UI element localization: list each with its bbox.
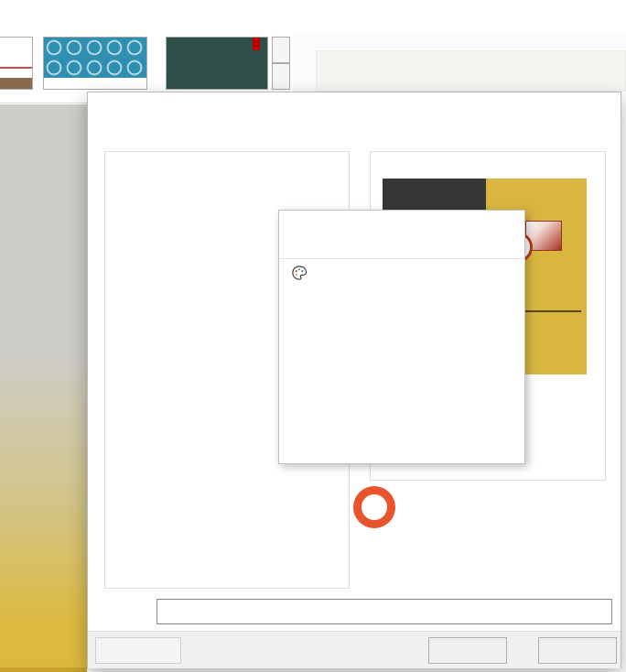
- slide-gradient-background: [0, 104, 87, 667]
- slide-gold-edge: [0, 667, 87, 672]
- reset-button[interactable]: [95, 637, 181, 664]
- workspace-left-strip: [0, 92, 87, 672]
- thumbnail-accent-line: [0, 67, 32, 69]
- name-input[interactable]: [156, 599, 612, 624]
- slide-edit-area: [293, 34, 626, 92]
- create-new-theme-colors-dialog: [87, 92, 621, 668]
- gallery-scroll-up-button[interactable]: [272, 37, 290, 63]
- cancel-button[interactable]: [538, 637, 617, 664]
- more-colors-button[interactable]: [289, 259, 514, 289]
- color-picker-popup: [278, 210, 525, 464]
- palette-icon: [291, 265, 308, 284]
- ribbon-tab-bar: [0, 0, 626, 34]
- annotation-circle: [353, 486, 395, 528]
- theme-thumbnail-2[interactable]: [43, 37, 147, 90]
- gallery-remnant: [0, 92, 87, 103]
- theme-thumbnail-1[interactable]: [0, 37, 33, 90]
- dialog-footer: [88, 631, 621, 668]
- sample-bar-chart: [524, 274, 581, 312]
- thumbnail-color-strip: [44, 78, 146, 89]
- thumbnail-pattern: [44, 38, 146, 78]
- gallery-scroll-down-button[interactable]: [272, 63, 290, 90]
- thumbnail-ribbon-mark: [253, 38, 260, 50]
- powerpoint-window: [0, 0, 626, 672]
- thumbnail-color-strip: [0, 78, 32, 89]
- slide-canvas: [316, 50, 626, 92]
- theme-thumbnail-3[interactable]: [166, 37, 268, 90]
- save-button[interactable]: [428, 637, 507, 664]
